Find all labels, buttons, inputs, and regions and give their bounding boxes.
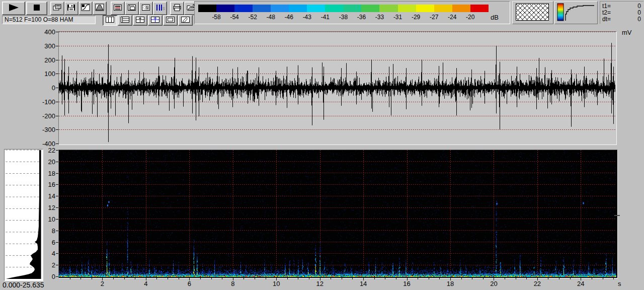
display-pattern-button[interactable]	[139, 2, 153, 15]
spectrogram-xtick-mark	[374, 278, 375, 279]
spectrogram-ytick-label: 10	[35, 215, 55, 223]
layout-columns-button[interactable]	[103, 15, 117, 26]
colorbar-gradient	[198, 5, 489, 12]
window-function-button[interactable]	[93, 2, 107, 15]
spectrogram-xtick-label: 16	[401, 280, 413, 287]
colorbar-segment	[307, 5, 325, 12]
print-button[interactable]	[170, 2, 184, 15]
colorbar-tick-label: -58	[208, 14, 224, 21]
play-button[interactable]	[2, 2, 25, 15]
colorbar-tick-label: -43	[299, 14, 315, 21]
waveform-ytick-label: -200	[35, 112, 55, 120]
time-range-caption: 0.000-25.635	[3, 281, 44, 289]
spectrogram-xtick-label: 20	[488, 280, 500, 287]
layout-rows-button[interactable]	[118, 15, 132, 26]
layout-grid-alt-button[interactable]	[148, 15, 163, 26]
spectrogram-xtick-mark	[113, 278, 114, 279]
colorbar-tick-label: -24	[444, 14, 460, 21]
spectrogram-xtick-mark	[200, 278, 201, 279]
layout-columns-icon	[105, 16, 115, 25]
spectrogram-ytick-label: 6	[35, 239, 55, 246]
copy-pages-button[interactable]	[50, 2, 64, 15]
spectrogram-ytick-label: 18	[35, 170, 55, 177]
waveform-plot-panel[interactable]	[58, 31, 617, 145]
edit-notes-icon	[181, 16, 190, 25]
colorbar-tick-label: -54	[226, 14, 243, 21]
spectrogram-xtick-label: 2	[96, 280, 108, 287]
overview-pattern-panel[interactable]	[512, 1, 553, 24]
layout-frame-button[interactable]	[163, 15, 178, 26]
colorbar-segment	[198, 5, 216, 12]
spectrogram-xtick-mark	[146, 278, 146, 280]
spectrogram-xtick-mark	[287, 278, 288, 279]
dt-label: dt=	[602, 16, 611, 23]
spectrogram-ytick-label: 0	[35, 273, 55, 280]
spectrogram-xtick-mark	[570, 278, 571, 279]
spectrogram-xtick-mark	[342, 278, 342, 279]
layout-grid-icon	[135, 16, 145, 25]
spectrogram-xtick-label: 6	[183, 280, 195, 287]
colorbar-segment	[271, 5, 289, 12]
play-icon	[6, 3, 22, 14]
colorbar-tick-label: -52	[245, 14, 261, 21]
spectrogram-xtick-label: 14	[357, 280, 369, 287]
copy-pages-icon	[52, 4, 62, 14]
spectrogram-xtick-mark	[276, 278, 277, 280]
stop-button[interactable]	[26, 2, 47, 15]
spectrogram-xtick-mark	[548, 278, 548, 279]
spectrogram-xtick-mark	[80, 278, 81, 279]
colorbar-segment	[398, 5, 416, 12]
spectrogram-xtick-mark	[124, 278, 125, 279]
spectrogram-plot-panel[interactable]	[58, 150, 618, 278]
layout-rows-icon	[120, 16, 130, 25]
spectrogram-canvas[interactable]	[59, 150, 616, 277]
crosshatch-icon	[516, 4, 549, 21]
spectrogram-app-window: s N=512 F=100 O=88 HAM -58-54-52-48-46-4…	[0, 0, 644, 290]
colorbar-tick-label: -27	[426, 14, 442, 21]
spectrogram-xtick-mark	[483, 278, 484, 279]
spectrogram-xtick-mark	[537, 278, 538, 280]
spectrogram-ytick-label: 4	[35, 250, 55, 257]
display-marks-button[interactable]	[125, 2, 139, 15]
waveform-canvas[interactable]	[59, 32, 615, 143]
scale-fs-button[interactable]: s	[153, 2, 167, 15]
spectrogram-xtick-mark	[450, 278, 451, 280]
spectrogram-xtick-mark	[255, 278, 255, 279]
spectrogram-xtick-mark	[461, 278, 462, 279]
save-button[interactable]	[64, 2, 78, 15]
display-boxed-icon	[113, 4, 123, 14]
colorbar-segment	[343, 5, 361, 12]
spectrogram-ytick-label: 12	[35, 204, 55, 211]
palette-curve-panel[interactable]	[554, 1, 598, 24]
spectrogram-xtick-label: 12	[314, 280, 326, 287]
spectrogram-xtick-mark	[592, 278, 592, 279]
spectrogram-xtick-mark	[233, 278, 233, 280]
print-icon	[172, 4, 182, 14]
colorbar-tick-label: -29	[408, 14, 424, 21]
spectrogram-xtick-mark	[613, 278, 614, 279]
right-edge-marker[interactable]	[614, 215, 620, 216]
transfer-curve-button[interactable]	[78, 2, 93, 15]
colorbar-segment	[325, 5, 343, 12]
spectrogram-xtick-mark	[298, 278, 298, 279]
colorbar-segment	[216, 5, 234, 12]
colorbar-tick-label: -48	[263, 14, 279, 21]
colorbar-segment	[379, 5, 397, 12]
spectrogram-xtick-label: 18	[444, 280, 456, 287]
spectrogram-xtick-mark	[70, 278, 70, 279]
spectrogram-ytick-label: 20	[35, 158, 55, 166]
colorbar-segment	[361, 5, 379, 12]
waveform-ytick-label: 400	[35, 28, 55, 36]
edit-notes-button[interactable]	[178, 15, 193, 26]
spectrogram-xtick-mark	[472, 278, 472, 279]
layout-grid-alt-icon	[150, 16, 160, 25]
spectrogram-xtick-mark	[244, 278, 244, 279]
window-function-icon	[95, 4, 105, 14]
display-pattern-icon	[141, 4, 151, 14]
waveform-ytick-label: 100	[35, 70, 55, 78]
spectrogram-xtick-mark	[505, 278, 505, 279]
layout-grid-button[interactable]	[133, 15, 147, 26]
display-boxed-button[interactable]	[111, 2, 125, 15]
spectrogram-xtick-mark	[429, 278, 429, 279]
spectrogram-xtick-mark	[363, 278, 364, 280]
